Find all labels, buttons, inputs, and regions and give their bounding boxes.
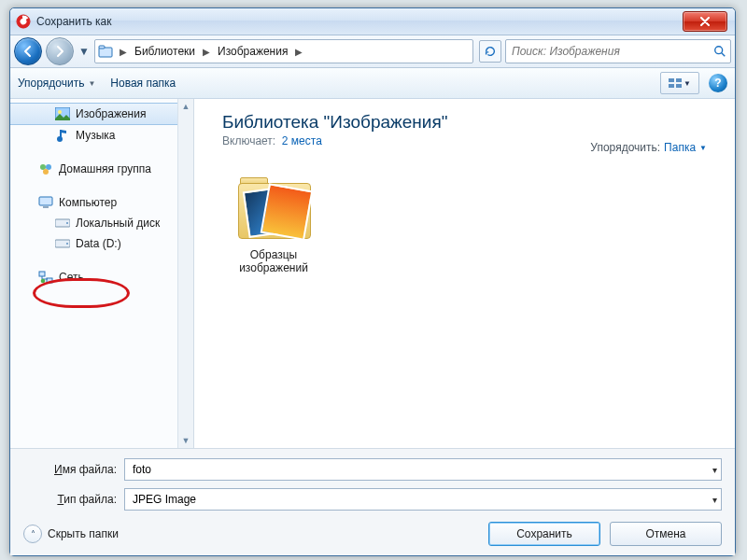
navigation-pane: Изображения Музыка Домашняя группа xyxy=(10,99,194,448)
sidebar-label: Локальный диск xyxy=(76,217,160,230)
window-title: Сохранить как xyxy=(36,15,111,28)
sidebar-item-network[interactable]: Сеть xyxy=(10,267,193,287)
pictures-icon xyxy=(55,106,70,121)
library-title: Библиотека "Изображения" xyxy=(222,112,718,133)
sidebar-scrollbar[interactable]: ▲ ▼ xyxy=(177,99,193,448)
refresh-icon xyxy=(484,45,497,58)
filename-combobox[interactable]: ▾ xyxy=(124,458,722,481)
chevron-down-icon: ▼ xyxy=(684,79,691,88)
view-mode-button[interactable]: ▼ xyxy=(660,72,699,94)
computer-icon xyxy=(38,195,53,210)
arrow-right-icon xyxy=(53,45,66,58)
sidebar-label: Музыка xyxy=(76,129,115,142)
save-as-dialog: Сохранить как ▼ ▶ Библиотеки ▶ Изображен… xyxy=(9,7,736,556)
sidebar-item-homegroup[interactable]: Домашняя группа xyxy=(10,159,193,179)
music-icon xyxy=(55,128,70,143)
folder-icon xyxy=(233,175,315,245)
arrow-left-icon xyxy=(21,45,35,58)
search-box[interactable] xyxy=(505,39,731,63)
cancel-button[interactable]: Отмена xyxy=(610,522,722,546)
chevron-down-icon: ▼ xyxy=(699,144,707,152)
close-button[interactable] xyxy=(683,11,727,32)
chevron-down-icon[interactable]: ▾ xyxy=(712,495,717,505)
hide-folders-toggle[interactable]: ˄ Скрыть папки xyxy=(23,525,119,543)
view-icon xyxy=(669,77,682,89)
file-list[interactable]: Образцы изображений xyxy=(222,175,718,275)
svg-rect-3 xyxy=(99,46,105,49)
chevron-right-icon: ▶ xyxy=(293,47,304,57)
svg-rect-6 xyxy=(676,78,682,82)
nav-history-dropdown[interactable]: ▼ xyxy=(78,45,91,58)
chevron-down-icon[interactable]: ▾ xyxy=(712,465,717,475)
svg-point-4 xyxy=(715,47,723,54)
filetype-row: Тип файла: ▾ xyxy=(23,488,722,511)
filetype-combobox[interactable]: ▾ xyxy=(124,488,722,511)
svg-rect-8 xyxy=(676,84,682,88)
arrange-by-value: Папка xyxy=(664,141,696,154)
search-icon xyxy=(713,45,726,58)
save-button[interactable]: Сохранить xyxy=(488,522,600,546)
svg-point-20 xyxy=(66,243,68,245)
folder-label: Образцы изображений xyxy=(222,248,325,275)
drive-icon xyxy=(55,216,70,231)
sidebar-label: Изображения xyxy=(76,107,146,120)
chevron-down-icon: ▼ xyxy=(88,79,95,88)
svg-point-18 xyxy=(66,222,68,224)
toolbar: Упорядочить ▼ Новая папка ▼ ? xyxy=(10,68,735,99)
filetype-label: Тип файла: xyxy=(23,493,124,506)
scroll-down-icon[interactable]: ▼ xyxy=(178,433,193,448)
svg-point-23 xyxy=(41,279,46,284)
chevron-right-icon: ▶ xyxy=(118,47,129,57)
breadcrumb-segment[interactable]: Изображения xyxy=(212,40,293,63)
svg-point-13 xyxy=(46,164,51,170)
breadcrumb[interactable]: ▶ Библиотеки ▶ Изображения ▶ xyxy=(94,39,473,63)
help-icon: ? xyxy=(714,77,721,90)
svg-rect-16 xyxy=(43,206,49,208)
app-icon xyxy=(16,14,31,29)
svg-rect-15 xyxy=(39,197,52,205)
nav-forward-button[interactable] xyxy=(46,37,74,65)
hide-folders-label: Скрыть папки xyxy=(48,527,119,540)
sidebar-label: Компьютер xyxy=(59,196,117,209)
new-folder-label: Новая папка xyxy=(110,77,176,90)
svg-rect-5 xyxy=(669,78,674,82)
svg-point-12 xyxy=(40,164,46,170)
sidebar-item-data-d[interactable]: Data (D:) xyxy=(10,233,193,254)
svg-rect-21 xyxy=(39,272,45,276)
homegroup-icon xyxy=(38,161,53,176)
library-icon xyxy=(97,43,114,60)
titlebar[interactable]: Сохранить как xyxy=(10,8,735,35)
sidebar-item-computer[interactable]: Компьютер xyxy=(10,192,193,213)
search-input[interactable] xyxy=(510,44,713,59)
svg-point-10 xyxy=(58,110,62,114)
filename-row: Имя файла: ▾ xyxy=(23,458,722,481)
nav-back-button[interactable] xyxy=(14,37,42,65)
folder-item-sample-pictures[interactable]: Образцы изображений xyxy=(222,175,325,275)
organize-menu[interactable]: Упорядочить ▼ xyxy=(18,77,95,90)
refresh-button[interactable] xyxy=(479,40,501,63)
navigation-bar: ▼ ▶ Библиотеки ▶ Изображения ▶ xyxy=(10,35,735,68)
scroll-up-icon[interactable]: ▲ xyxy=(178,99,193,114)
svg-rect-7 xyxy=(669,84,674,88)
svg-point-14 xyxy=(43,169,49,175)
filename-input[interactable] xyxy=(131,462,715,477)
filetype-input[interactable] xyxy=(131,492,715,507)
new-folder-button[interactable]: Новая папка xyxy=(110,77,176,90)
network-icon xyxy=(38,270,53,285)
includes-link[interactable]: 2 места xyxy=(282,134,322,147)
organize-label: Упорядочить xyxy=(18,77,84,90)
arrange-by-label: Упорядочить: xyxy=(590,141,660,154)
breadcrumb-segment[interactable]: Библиотеки xyxy=(129,40,201,63)
arrange-by[interactable]: Упорядочить: Папка ▼ xyxy=(590,141,707,154)
sidebar-label: Сеть xyxy=(59,271,84,284)
svg-point-11 xyxy=(57,136,63,142)
footer: ˄ Скрыть папки Сохранить Отмена xyxy=(23,518,722,546)
sidebar-label: Data (D:) xyxy=(76,237,121,250)
drive-icon xyxy=(55,236,70,251)
sidebar-label: Домашняя группа xyxy=(59,162,151,175)
sidebar-item-local-disk[interactable]: Локальный диск xyxy=(10,213,193,233)
help-button[interactable]: ? xyxy=(709,74,727,92)
filename-label: Имя файла: xyxy=(23,463,124,476)
sidebar-item-pictures[interactable]: Изображения xyxy=(10,103,193,125)
sidebar-item-music[interactable]: Музыка xyxy=(10,125,193,146)
